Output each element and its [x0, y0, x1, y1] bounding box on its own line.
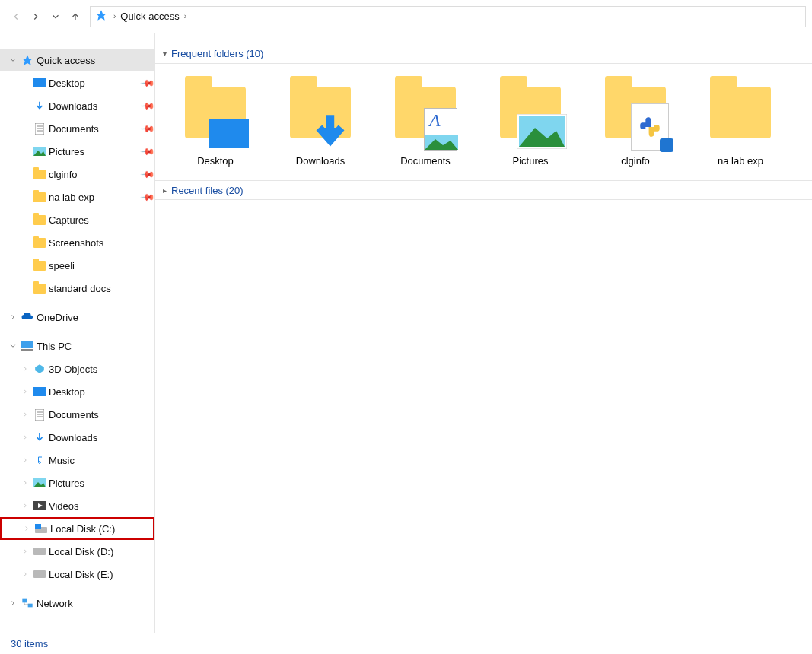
chevron-right-icon: [18, 548, 32, 555]
this-pc-icon: [20, 341, 35, 351]
tree-item-clginfo[interactable]: clginfo 📌: [0, 163, 154, 186]
tree-item-videos[interactable]: Videos: [0, 494, 154, 517]
quick-access-star-icon: [20, 54, 35, 66]
desktop-folder-icon: [179, 75, 252, 151]
chevron-right-icon: [18, 502, 32, 510]
folder-icon: [32, 192, 47, 202]
tree-item-speeli[interactable]: speeli: [0, 254, 154, 277]
tree-item-captures[interactable]: Captures: [0, 208, 154, 231]
tree-item-desktop[interactable]: Desktop 📌: [0, 71, 154, 94]
disk-icon: [32, 548, 47, 555]
tree-item-pictures-pc[interactable]: Pictures: [0, 471, 154, 494]
chevron-right-icon: [18, 365, 32, 373]
svg-rect-12: [33, 387, 46, 396]
section-frequent-header[interactable]: ▾ Frequent folders (10): [155, 44, 812, 64]
chevron-right-icon: [6, 599, 20, 607]
tree-item-desktop-pc[interactable]: Desktop: [0, 380, 154, 403]
folder-icon: [704, 75, 777, 151]
tree-quick-access[interactable]: Quick access: [0, 49, 154, 71]
content-area: ▾ Frequent folders (10) Desktop Download…: [155, 33, 812, 633]
tree-item-downloads-pc[interactable]: Downloads: [0, 426, 154, 449]
tile-clginfo[interactable]: clginfo: [583, 75, 688, 167]
tree-label: Screenshots: [49, 237, 154, 249]
chevron-down-icon: [6, 56, 20, 64]
tree-item-local-disk-d[interactable]: Local Disk (D:): [0, 540, 154, 563]
onedrive-icon: [20, 313, 35, 322]
tree-label: 3D Objects: [49, 364, 154, 375]
tree-item-local-disk-e[interactable]: Local Disk (E:): [0, 563, 154, 586]
chevron-right-icon: [18, 570, 32, 578]
status-item-count: 30 items: [11, 638, 48, 649]
svg-marker-11: [35, 364, 44, 373]
disk-icon: [32, 570, 47, 578]
download-icon: [32, 432, 47, 443]
pin-icon: 📌: [139, 143, 157, 160]
tree-item-pictures[interactable]: Pictures 📌: [0, 140, 154, 163]
pictures-folder-icon: [494, 75, 567, 151]
tree-label: Documents: [49, 409, 154, 421]
chevron-right-icon: [18, 456, 32, 464]
tree-item-standarddocs[interactable]: standard docs: [0, 277, 154, 300]
tile-label: Pictures: [513, 155, 549, 167]
nav-forward-button[interactable]: [26, 7, 46, 27]
tile-pictures[interactable]: Pictures: [478, 75, 583, 167]
tree-item-documents[interactable]: Documents 📌: [0, 117, 154, 140]
chevron-right-icon: [6, 313, 20, 321]
folder-icon: [32, 215, 47, 225]
nav-recent-button[interactable]: [46, 7, 65, 27]
svg-marker-0: [96, 10, 106, 20]
svg-rect-9: [21, 341, 33, 348]
tile-desktop[interactable]: Desktop: [163, 75, 268, 167]
nav-up-button[interactable]: [65, 7, 85, 27]
tree-onedrive[interactable]: OneDrive: [0, 306, 154, 329]
tree-item-3dobjects[interactable]: 3D Objects: [0, 357, 154, 380]
tree-label: Documents: [49, 123, 141, 135]
tree-network[interactable]: Network: [0, 592, 154, 614]
breadcrumb[interactable]: › Quick access ›: [90, 6, 806, 27]
chevron-right-icon: ›: [184, 12, 186, 21]
folder-icon: [32, 238, 47, 248]
videos-icon: [32, 501, 47, 510]
tree-item-downloads[interactable]: Downloads 📌: [0, 94, 154, 117]
tree-item-local-disk-c[interactable]: Local Disk (C:): [0, 517, 154, 540]
desktop-icon: [32, 387, 47, 396]
tile-label: na lab exp: [718, 155, 763, 167]
nav-back-button[interactable]: [6, 7, 26, 27]
tile-downloads[interactable]: Downloads: [268, 75, 373, 167]
folder-icon: [32, 170, 47, 179]
tree-label: Music: [49, 455, 154, 466]
tree-label: Downloads: [49, 432, 154, 443]
tree-label: Local Disk (E:): [49, 569, 154, 580]
tree-label: Pictures: [49, 146, 141, 157]
tree-this-pc[interactable]: This PC: [0, 335, 154, 357]
main-area: Quick access Desktop 📌 Downloads 📌 Docum…: [0, 33, 812, 633]
tree-item-music[interactable]: Music: [0, 449, 154, 471]
download-icon: [32, 100, 47, 111]
tree-label: speeli: [49, 260, 154, 271]
document-folder-icon: A: [389, 75, 462, 151]
tree-label: Local Disk (C:): [50, 523, 153, 535]
tree-item-nalabexp[interactable]: na lab exp 📌: [0, 186, 154, 208]
tile-documents[interactable]: A Documents: [373, 75, 478, 167]
tile-label: Desktop: [197, 155, 234, 167]
tree-item-documents-pc[interactable]: Documents: [0, 403, 154, 426]
folder-icon: [32, 284, 47, 294]
tile-nalabexp[interactable]: na lab exp: [688, 75, 793, 167]
tree-label: Network: [37, 598, 154, 609]
tree-item-screenshots[interactable]: Screenshots: [0, 231, 154, 254]
section-recent-header[interactable]: ▸ Recent files (20): [155, 180, 812, 200]
chevron-right-icon: [20, 525, 33, 532]
music-icon: [32, 455, 47, 465]
network-icon: [20, 598, 35, 608]
folder-icon: [32, 261, 47, 271]
breadcrumb-location: Quick access: [120, 11, 179, 22]
svg-rect-33: [660, 138, 673, 152]
tree-label: This PC: [37, 341, 154, 352]
pin-icon: 📌: [139, 75, 157, 92]
svg-rect-24: [33, 570, 46, 578]
section-title: Frequent folders (10): [171, 48, 263, 59]
svg-rect-23: [33, 548, 46, 555]
tree-label: na lab exp: [49, 192, 141, 203]
chevron-down-icon: [6, 342, 20, 350]
chevron-right-icon: [18, 479, 32, 487]
